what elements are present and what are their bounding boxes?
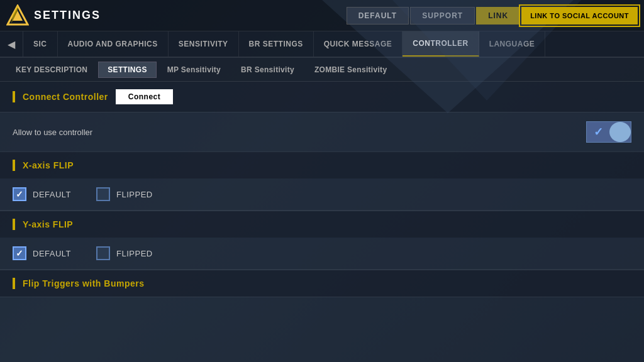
toggle-checkmark-icon: ✓ [594, 125, 603, 139]
toggle-check-area: ✓ [587, 122, 609, 142]
link-social-button[interactable]: LINK TO SOCIAL ACCOUNT [521, 7, 638, 25]
toggle-handle [609, 122, 631, 142]
app-container: SETTINGS DEFAULT SUPPORT LINK LINK TO SO… [0, 0, 644, 362]
allow-controller-toggle[interactable]: ✓ [586, 121, 631, 143]
background-decoration [0, 0, 644, 362]
